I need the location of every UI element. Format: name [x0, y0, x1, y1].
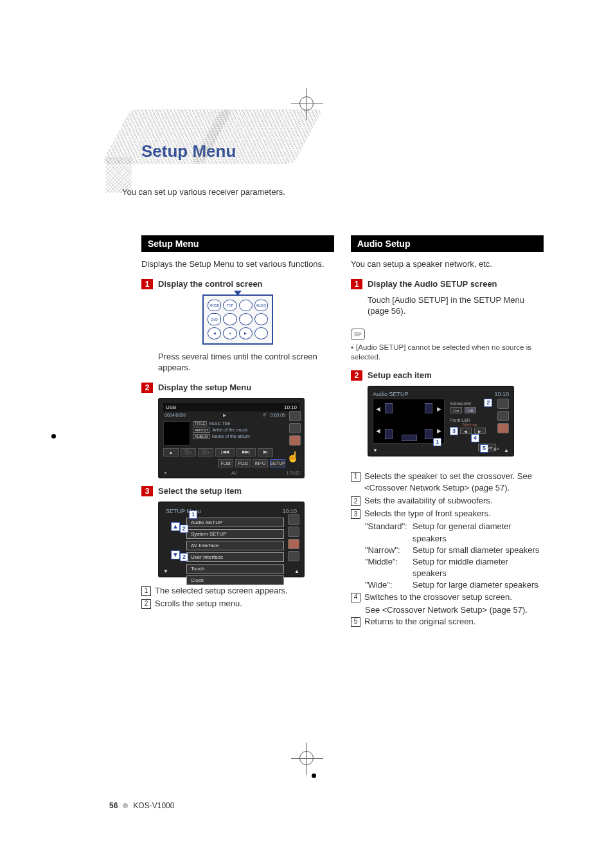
spec-value: Setup for middle diameter speakers [413, 556, 544, 579]
title-value: Music Title [209, 421, 230, 426]
transport-button: |◀◀ [215, 448, 235, 457]
scroll-down-icon: ▼ [171, 550, 180, 559]
side-icon [289, 423, 301, 433]
callout-2-marker: 2 [180, 553, 188, 561]
callout-2: 2 Scrolls the setup menu. [141, 598, 334, 610]
corner-icon: ▲ [294, 568, 299, 574]
front-value: Narrow [463, 422, 477, 427]
remote-button: MODE [208, 300, 221, 312]
remote-button [223, 313, 236, 325]
step-title: Display the Audio SETUP screen [368, 279, 497, 289]
section-desc: Displays the Setup Menu to set various f… [141, 258, 334, 270]
front-lr-label: Front L&R [450, 418, 470, 422]
remote-button: ▶ [239, 327, 253, 339]
callout-1-marker: 1 [433, 438, 441, 446]
spec-standard: "Standard":Setup for general diameter sp… [365, 521, 544, 544]
arrow-down-icon [234, 291, 242, 296]
menu-item: System SETUP [186, 529, 284, 539]
side-icon [289, 435, 301, 446]
callout-2-marker: 2 [484, 399, 492, 407]
speaker-icon [425, 429, 432, 439]
arrow-left-icon: ◀ [460, 428, 472, 434]
callout-2: 2 Sets the availability of subwoofers. [351, 495, 544, 507]
play-icon: ▶ [190, 413, 260, 418]
side-icon [288, 539, 299, 549]
step-1: 1 Display the control screen [141, 279, 334, 289]
remote-button [254, 313, 268, 325]
trim-dot-icon [51, 434, 56, 439]
flist-button: FList [218, 459, 233, 467]
spec-key: "Middle": [365, 556, 413, 579]
step-3: 3 Select the setup item [141, 486, 334, 496]
column-setup-menu: Setup Menu Displays the Setup Menu to se… [141, 235, 334, 629]
side-icon [288, 527, 299, 537]
callout-number-icon: 1 [351, 472, 360, 482]
remote-button: TOP [223, 300, 236, 312]
callout-number-icon: 3 [351, 509, 360, 519]
setup-menu-figure: SETUP Menu 10:10 1 ▲ 2 ▼ 2 Audio SETUP S… [158, 502, 305, 577]
callout-4-sub: See <Crossover Network Setup> (page 57). [365, 604, 544, 616]
return-icon: ↩ [493, 446, 499, 453]
note-icon [351, 329, 365, 340]
side-icon [289, 411, 301, 421]
spec-key: "Narrow": [365, 545, 413, 556]
spec-value: Setup for general diameter speakers [413, 521, 544, 544]
callout-number-icon: 2 [351, 496, 360, 506]
title-tag: TITLE [193, 421, 207, 426]
step-number-badge: 2 [351, 370, 362, 381]
remote-button: ◀ [208, 327, 221, 339]
step-1: 1 Display the Audio SETUP screen [351, 279, 544, 289]
spec-wide: "Wide":Setup for large diameter speakers [365, 579, 544, 591]
callout-3-marker: 3 [450, 427, 458, 435]
callout-number-icon: 5 [351, 617, 360, 627]
audio-setup-figure: Audio SETUP 10:10 ◀ ▶ ◀ ▶ 1 Subwoofer [368, 386, 514, 457]
loud-label: LOUD [287, 471, 299, 475]
remote-button: ● [223, 327, 236, 339]
remote-button: DVD [208, 313, 221, 325]
setup-button: SETUP [270, 459, 285, 467]
callout-3: 3 Selects the type of front speakers. [351, 508, 544, 520]
off-button: Off [465, 407, 476, 413]
subwoofer-icon [402, 435, 417, 441]
usb-counter: 0004/0006 [164, 413, 186, 418]
menu-item: Audio SETUP [186, 518, 284, 527]
menu-item: Touch [186, 564, 284, 574]
remote-control-figure: MODE TOP AUDIO DVD ◀ ● ▶ [202, 294, 273, 345]
step-number-badge: 1 [351, 279, 362, 289]
model-name: KOS-V1000 [133, 801, 174, 810]
scroll-up-icon: ▲ [171, 522, 180, 531]
step-2: 2 Display the setup Menu [141, 383, 334, 393]
section-header-audio-setup: Audio Setup [351, 235, 544, 252]
callout-text: Selects the speaker to set the crossover… [364, 471, 544, 494]
album-tag: ALBUM [193, 434, 210, 439]
arrow-left-icon: ◀ [376, 406, 380, 412]
page-footer: 56 KOS-V1000 [109, 801, 174, 810]
step-body: Touch [Audio SETUP] in the SETUP Menu (p… [368, 294, 544, 317]
usb-clock: 10:10 [284, 404, 297, 410]
hand-pointer-icon: ☝ [287, 451, 299, 463]
info-button: INFO [253, 459, 268, 467]
arrow-right-icon: ▶ [437, 428, 441, 434]
transport-button: ▶▶| [236, 448, 256, 457]
speaker-layout: ◀ ▶ ◀ ▶ [373, 399, 445, 444]
subwoofer-label: Subwoofer [450, 401, 471, 405]
footer-dot-icon [123, 803, 128, 808]
step-title: Display the control screen [158, 279, 263, 289]
trim-dot-icon [312, 773, 316, 778]
side-icon [497, 423, 509, 433]
transport-button: ▲ [163, 448, 179, 457]
callout-text: The selected setup screen appears. [155, 585, 288, 597]
corner-label: ▼ [163, 471, 168, 475]
side-icon [497, 411, 509, 421]
remote-button [239, 313, 253, 325]
callout-text: Scrolls the setup menu. [155, 598, 242, 610]
section-desc: You can setup a speaker network, etc. [351, 258, 544, 270]
side-icon [288, 551, 299, 561]
callout-1: 1 The selected setup screen appears. [141, 585, 334, 597]
step-title: Setup each item [368, 370, 432, 380]
step-number-badge: 1 [141, 279, 153, 289]
spec-middle: "Middle":Setup for middle diameter speak… [365, 556, 544, 579]
spec-key: "Wide": [365, 579, 413, 591]
step-title: Display the setup Menu [158, 383, 251, 392]
spec-value: Setup for small diameter speakers [413, 545, 544, 556]
